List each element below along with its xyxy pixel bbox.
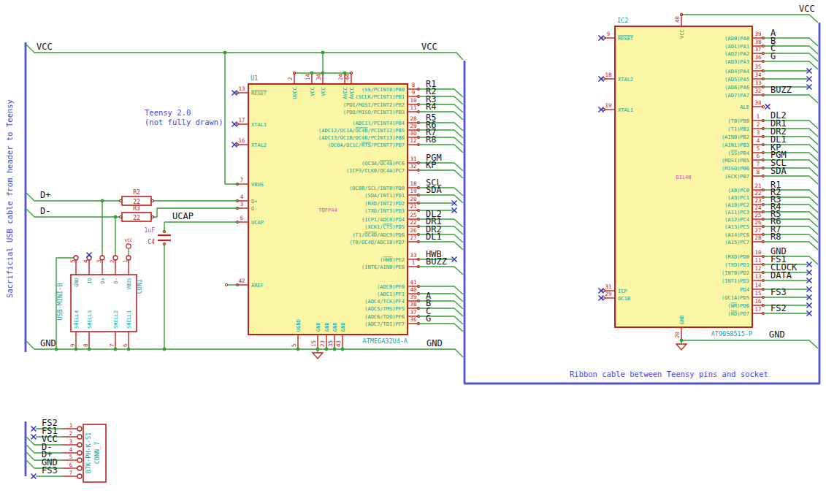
pin-number: 22 — [754, 190, 761, 196]
pin-name: (ICP1/ADC8)PD4 — [362, 217, 405, 223]
pin-name: (AD2)PA2 — [724, 51, 749, 57]
pin-name: (AD6)PA6 — [724, 85, 749, 91]
junction-dot — [163, 348, 167, 351]
no-connect-icon — [31, 474, 37, 479]
junction-dot — [321, 51, 325, 55]
net-label: KP — [426, 160, 436, 170]
power-label: VCC — [125, 237, 133, 243]
gnd-triangle — [676, 344, 687, 350]
pin-name: VBUS — [126, 278, 132, 290]
resistor-reference: R3 — [133, 205, 140, 212]
chip-u1[interactable]: U1TQFP44ATMEGA32U4-A13RESET17XTAL116XTAL… — [232, 73, 464, 349]
pin-number: 2 — [757, 121, 760, 128]
pin-name: (HWB)PE2 — [380, 257, 405, 263]
chip-ic2[interactable]: IC2DIL40AT90S8515-P9RESET18XTAL219XTAL13… — [599, 15, 819, 340]
pin-name: (A9)PC1 — [727, 195, 749, 201]
pin-name: UVCC — [292, 87, 298, 99]
capacitor-c4[interactable]: 1uFC4 — [145, 227, 171, 245]
pin-circle — [77, 427, 82, 431]
pin-number: 11 — [410, 104, 416, 111]
junction-dot — [127, 348, 131, 351]
pin-number: 31 — [605, 283, 611, 290]
pin-number: 3 — [757, 129, 760, 136]
net-label: D+ — [40, 190, 50, 200]
pin-name: (A13)PC5 — [724, 224, 749, 230]
net-label: UCAP — [172, 211, 194, 221]
vcc-circle-icon — [126, 244, 131, 248]
pin-number: 21 — [410, 203, 416, 210]
note-text: Teensy 2.0 — [145, 108, 191, 117]
pin-number: 32 — [410, 163, 416, 169]
pin-number: 2 — [69, 430, 73, 437]
chip-reference: U1 — [251, 75, 258, 82]
pin-name: AVCC — [349, 87, 355, 99]
connector-reference: CONN_7 — [93, 442, 101, 465]
pin-name: (MISO)PB6 — [722, 166, 749, 172]
pin-name: GND — [316, 322, 321, 332]
pin-name: (AIN0)PB2 — [722, 134, 749, 140]
wire — [26, 44, 463, 60]
net-label: VCC — [421, 42, 437, 52]
pin-name: (T1/OC4D/ADC9)PD6 — [352, 232, 405, 238]
pin-number: 27 — [754, 227, 761, 234]
pin-number: 4 — [757, 137, 760, 144]
net-label: SDA — [426, 185, 442, 195]
capacitor-value: 1uF — [145, 227, 156, 234]
pin-number: 1 — [122, 259, 129, 263]
pin-number: 29 — [410, 123, 416, 129]
pin-name: SHELL3 — [87, 310, 93, 329]
resistor-r2[interactable]: R222 — [122, 189, 151, 205]
pin-number: 11 — [754, 257, 761, 264]
pin-number: 4 — [83, 259, 89, 263]
resistor-r3[interactable]: R322 — [122, 205, 151, 221]
pin-name: (WR)PD6 — [727, 303, 749, 309]
net-label: VCC — [799, 4, 815, 14]
net-label: BUZZ — [426, 256, 447, 267]
header-conn7[interactable]: B7K-PH-K-S1CONN_71FS22FS13VCC4D-5D+6GND7… — [26, 418, 106, 482]
pin-number: 37 — [410, 309, 416, 316]
wire — [225, 53, 237, 184]
pin-name: D- — [113, 278, 119, 283]
pin-number: 20 — [410, 196, 417, 202]
pin-name: D+ — [100, 278, 106, 283]
pin-number: 13 — [238, 85, 245, 92]
pin-name: SHELL4 — [74, 310, 80, 329]
pin-number: 42 — [238, 278, 245, 284]
schematic-page: U1TQFP44ATMEGA32U4-A13RESET17XTAL116XTAL… — [0, 0, 826, 504]
pin-number: 40 — [410, 286, 417, 293]
pin-number: 36 — [754, 54, 762, 61]
pin-name: VCC — [321, 87, 326, 96]
pin-name: PD4 — [740, 287, 749, 293]
pin-number: 16 — [238, 137, 245, 144]
junction-dot — [341, 348, 345, 351]
pin-number: 39 — [754, 31, 761, 37]
wire-bus-entry — [418, 267, 463, 275]
pin-number: 13 — [754, 273, 761, 280]
pin-name: XTAL2 — [618, 77, 633, 83]
pin-number: 9 — [69, 343, 76, 347]
pin-name: (T1)PB1 — [727, 126, 749, 132]
pin-number: 3 — [69, 438, 73, 445]
pin-number: 24 — [337, 73, 344, 80]
pin-number: 7 — [757, 161, 760, 167]
pin-name: (SS/PCINT0)PB0 — [362, 87, 405, 93]
pin-number: 7 — [240, 177, 244, 183]
pin-name: GND — [679, 315, 685, 324]
pin-number: 32 — [754, 88, 761, 94]
pin-number: 17 — [754, 306, 761, 313]
usb-connector[interactable]: USB-MINI-BCON15GND4ID3D+2D-1VBUS9SHELL48… — [56, 256, 143, 349]
pin-name: (T0/OC4D/ADC10)PD7 — [349, 240, 405, 245]
pin-name: (XCK1/CTS)PD5 — [364, 224, 405, 230]
pin-name: (RD)PD7 — [727, 311, 749, 317]
pin-name: (A15)PC7 — [724, 240, 749, 245]
pin-name: (ADC5/TMS)PF5 — [364, 306, 405, 312]
pin-number: 21 — [754, 183, 761, 189]
pin-number: 12 — [754, 265, 761, 272]
pin-name: (OC0A/OC1C/RTS/PCINT7)PB7 — [328, 142, 405, 148]
junction-dot — [114, 215, 118, 219]
pin-name: (AIN1)PB3 — [722, 142, 749, 148]
pin-name: (ADC6/TDO)PF6 — [364, 314, 405, 320]
connector-value: USB-MINI-B — [56, 283, 64, 320]
note-text: (not fully drawn) — [145, 118, 223, 126]
net-label: DATA — [770, 270, 792, 280]
